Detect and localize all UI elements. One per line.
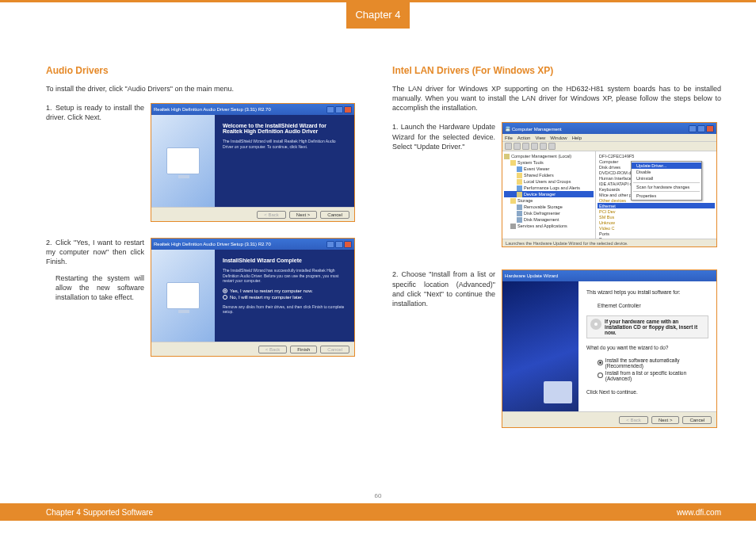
maximize-icon[interactable] <box>697 125 705 132</box>
footer-left: Chapter 4 Supported Software <box>46 508 153 517</box>
toolbar-icon[interactable] <box>531 143 538 150</box>
step2-body-b: Restarting the system will allow the new… <box>46 273 144 302</box>
audio-step1-text: 1.Setup is ready to install the driver. … <box>46 103 144 222</box>
wizard-main: Welcome to the InstallShield Wizard for … <box>215 115 354 207</box>
back-button[interactable]: < Back <box>619 416 648 424</box>
minimize-icon[interactable] <box>326 241 334 248</box>
next-button[interactable]: Next > <box>289 211 318 219</box>
huw-continue-text: Click Next to continue. <box>586 389 708 396</box>
lan-step2-row: 2. Choose "Install from a list or specif… <box>392 269 721 428</box>
huw-radio-advanced[interactable]: Install from a list or specific location… <box>586 370 708 381</box>
toolbar-icon[interactable] <box>540 143 547 150</box>
wizard-footer: < Back Next > Cancel <box>151 207 354 221</box>
footer-right: www.dfi.com <box>677 508 721 517</box>
win-title: Hardware Update Wizard <box>505 273 558 278</box>
menu-help[interactable]: Help <box>572 136 582 140</box>
chapter-tag: Chapter 4 <box>346 0 410 29</box>
cancel-button[interactable]: Cancel <box>320 211 349 219</box>
minimize-icon[interactable] <box>689 125 697 132</box>
menu-file[interactable]: File <box>505 136 513 140</box>
ctx-update-driver[interactable]: Update Driver... <box>632 162 701 169</box>
minimize-icon[interactable] <box>326 106 334 113</box>
tree-node[interactable]: Services and Applications <box>504 223 594 229</box>
huw-radio-auto[interactable]: Install the software automatically (Reco… <box>586 357 708 369</box>
ctx-uninstall[interactable]: Uninstall <box>632 175 701 182</box>
toolbar-icon[interactable] <box>522 143 529 150</box>
device-node[interactable]: Ports <box>598 231 715 236</box>
lan-step2-text: 2. Choose "Install from a list or specif… <box>392 269 495 428</box>
lan-step2-body: 2. Choose "Install from a list or specif… <box>392 269 495 308</box>
device-root[interactable]: DFI-C2FEC149F5 <box>598 153 715 159</box>
radio-icon <box>223 295 227 300</box>
tree-node[interactable]: Disk Management <box>504 216 594 223</box>
restart-now-radio[interactable]: Yes, I want to restart my computer now. <box>223 289 346 293</box>
lan-step1-row: 1. Launch the Hardware Update Wizard for… <box>392 122 721 247</box>
status-bar: Launches the Hardware Update Wizard for … <box>502 239 716 246</box>
tree-node[interactable]: Event Viewer <box>504 166 594 172</box>
toolbar-icon[interactable] <box>548 143 556 150</box>
menu-window[interactable]: Window <box>550 136 567 140</box>
ctx-properties[interactable]: Properties <box>632 193 701 199</box>
maximize-icon[interactable] <box>335 106 343 113</box>
tree-node[interactable]: Computer Management (Local) <box>504 153 594 159</box>
radio-icon <box>598 373 603 378</box>
tree-node[interactable]: System Tools <box>504 159 594 166</box>
close-icon[interactable] <box>344 106 352 113</box>
left-tree: Computer Management (Local) System Tools… <box>502 151 596 239</box>
cancel-button[interactable]: Cancel <box>682 416 712 424</box>
win-titlebar: Realtek High Definition Audio Driver Set… <box>151 104 354 115</box>
cancel-button[interactable]: Cancel <box>320 346 349 353</box>
wizard-main: InstallShield Wizard Complete The Instal… <box>215 250 354 342</box>
close-icon[interactable] <box>706 125 714 132</box>
back-button[interactable]: < Back <box>258 346 288 353</box>
toolbar-icon[interactable] <box>514 143 521 150</box>
win-titlebar: Realtek High Definition Audio Driver Set… <box>151 239 354 250</box>
toolbar-icon[interactable] <box>505 143 512 150</box>
menu-view[interactable]: View <box>535 136 545 140</box>
tree-node[interactable]: Local Users and Groups <box>504 178 594 185</box>
menu-bar: File Action View Window Help <box>502 134 716 142</box>
restart-later-radio[interactable]: No, I will restart my computer later. <box>223 295 346 300</box>
device-node[interactable]: SM Bus <box>598 214 715 220</box>
device-node[interactable]: Unknow <box>598 220 715 225</box>
huw-sidebar <box>502 281 578 411</box>
radio-label: Install the software automatically (Reco… <box>605 357 708 369</box>
tree-node[interactable]: Disk Defragmenter <box>504 210 594 216</box>
page-number: 60 <box>0 492 756 499</box>
lan-intro: The LAN driver for Windows XP supporting… <box>392 84 721 113</box>
audio-drivers-heading: Audio Drivers <box>46 65 365 76</box>
device-ethernet-selected[interactable]: Ethernet <box>598 203 715 208</box>
step1-body: Setup is ready to install the driver. Cl… <box>46 104 144 121</box>
audio-step1-row: 1.Setup is ready to install the driver. … <box>46 103 365 222</box>
win-buttons <box>689 125 714 132</box>
close-icon[interactable] <box>344 241 352 248</box>
ctx-scan[interactable]: Scan for hardware changes <box>632 184 701 190</box>
back-button[interactable]: < Back <box>257 211 286 219</box>
wizard-sidebar <box>151 250 215 342</box>
finish-button[interactable]: Finish <box>290 346 317 353</box>
device-node[interactable]: Processors <box>598 236 715 239</box>
win-titlebar: 📇 Computer Management <box>502 123 716 134</box>
lan-step1-text: 1. Launch the Hardware Update Wizard for… <box>392 122 495 247</box>
device-node[interactable]: PCI Dev <box>598 208 715 214</box>
win-title: Realtek High Definition Audio Driver Set… <box>154 242 271 246</box>
radio-label: No, I will restart my computer later. <box>230 295 303 300</box>
wizard-text: The InstallShield Wizard will install Re… <box>223 139 346 149</box>
wizard-footer: < Back Finish Cancel <box>151 342 354 356</box>
tree-node[interactable]: Shared Folders <box>504 172 594 178</box>
maximize-icon[interactable] <box>335 241 343 248</box>
tree-node[interactable]: Removable Storage <box>504 204 594 210</box>
left-column: Audio Drivers To install the driver, cli… <box>46 65 365 444</box>
menu-action[interactable]: Action <box>517 136 531 140</box>
monitor-icon <box>166 282 200 309</box>
tree-node-selected[interactable]: Device Manager <box>504 191 594 197</box>
ctx-disable[interactable]: Disable <box>632 169 701 175</box>
right-column: Intel LAN Drivers (For Windows XP) The L… <box>392 65 721 444</box>
monitor-icon <box>166 147 200 174</box>
tree-node[interactable]: Performance Logs and Alerts <box>504 185 594 191</box>
cd-icon <box>590 319 601 330</box>
next-button[interactable]: Next > <box>651 416 680 424</box>
tree-node[interactable]: Storage <box>504 197 594 204</box>
lan-drivers-heading: Intel LAN Drivers (For Windows XP) <box>392 65 721 76</box>
device-node[interactable]: Video C <box>598 225 715 231</box>
